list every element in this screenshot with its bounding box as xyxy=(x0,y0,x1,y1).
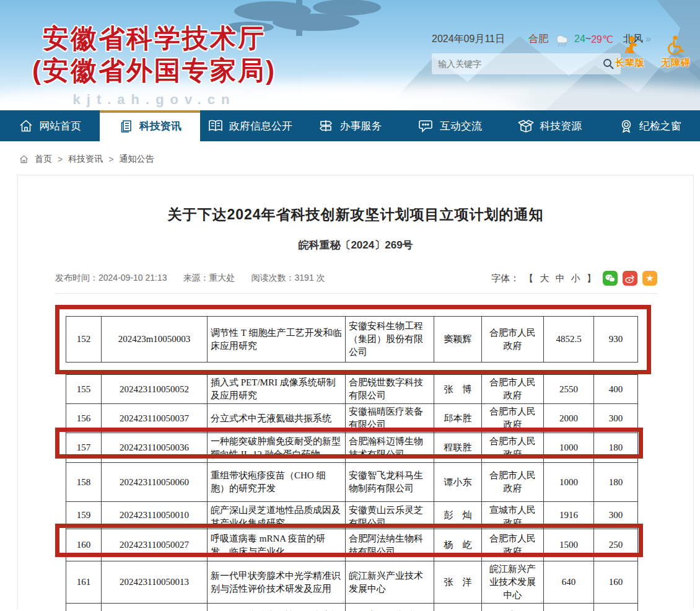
cell-project-name: 分立式术中无液氦磁共振系统 xyxy=(208,404,346,433)
cell-company: 安徽智飞龙科马生物制药有限公司 xyxy=(346,463,434,502)
cell-project-code: 202423110050036 xyxy=(102,433,208,463)
share-wechat-button[interactable] xyxy=(603,271,618,286)
cell-project-code: 202423110050027 xyxy=(102,529,208,561)
cell-company: 合肥启灏医疗科技有限公司 xyxy=(346,604,434,611)
cell-project-code: 202423110050013 xyxy=(102,561,208,604)
cell-person: 彭 灿 xyxy=(434,502,482,529)
site-header: 安徽省科学技术厅 (安徽省外国专家局) kjt.ah.gov.cn 2024年0… xyxy=(0,0,700,110)
nav-item-home[interactable]: 网站首页 xyxy=(0,110,100,141)
cell-project-code: 202423m10050003 xyxy=(102,317,208,363)
cell-amount-grant: 180 xyxy=(594,463,638,502)
accessibility-button[interactable]: 无障碍 xyxy=(658,35,694,69)
weibo-icon xyxy=(625,274,635,283)
cell-amount-grant: 400 xyxy=(594,375,638,404)
nav-item-tech-news[interactable]: 科技资讯 xyxy=(100,110,199,141)
nav-label: 纪检之窗 xyxy=(639,119,681,133)
news-document-icon xyxy=(119,118,134,133)
source: 来源：重大处 xyxy=(183,273,235,284)
cell-amount-total: 1000 xyxy=(544,604,594,611)
site-url: kjt.ah.gov.cn xyxy=(32,92,276,108)
cell-project-name: 插入式 PET/MRI 成像系统研制及应用研究 xyxy=(208,375,346,404)
breadcrumb-separator: > xyxy=(108,154,113,164)
cell-amount-grant: 300 xyxy=(594,502,638,529)
site-search xyxy=(432,53,621,74)
cell-project-name: 一种能突破肿瘤免疫耐受的新型靶向性 IL-12 融合蛋白药物 xyxy=(208,433,346,463)
cell-index: 158 xyxy=(66,463,102,502)
elder-person-icon xyxy=(620,35,640,55)
cell-amount-grant: 200 xyxy=(594,604,638,611)
open-box-icon xyxy=(518,118,534,133)
cell-project-code: 202423110050010 xyxy=(102,502,208,529)
nav-item-discipline[interactable]: 纪检之窗 xyxy=(600,110,700,141)
signpost-icon xyxy=(318,118,334,133)
cell-amount-total: 1000 xyxy=(544,463,594,502)
cell-company: 合肥瀚科迈博生物技术有限公司 xyxy=(346,433,434,463)
cell-amount-total: 2000 xyxy=(544,404,594,433)
cell-amount-grant: 930 xyxy=(594,317,638,363)
cell-index: 161 xyxy=(66,561,102,604)
nav-item-interaction[interactable]: 互动交流 xyxy=(400,110,500,141)
cell-company: 合肥阿法纳生物科技有限公司 xyxy=(346,529,434,561)
nav-item-resources[interactable]: 科技资源 xyxy=(500,110,600,141)
cell-amount-total: 1500 xyxy=(544,529,594,561)
nav-label: 办事服务 xyxy=(339,119,382,133)
projects-table-wrap: 155 202423110050052 插入式 PET/MRI 成像系统研制及应… xyxy=(66,374,693,611)
table-row: 157 202423110050036 一种能突破肿瘤免疫耐受的新型靶向性 IL… xyxy=(66,433,638,463)
cell-amount-grant: 250 xyxy=(594,529,638,561)
nav-item-gov-info[interactable]: 政府信息公开 xyxy=(200,110,300,141)
cell-project-code: 202423110050052 xyxy=(102,375,208,404)
breadcrumb-tech-news[interactable]: 科技资讯 xyxy=(68,154,103,165)
nav-label: 网站首页 xyxy=(39,119,81,133)
cell-person: 杨 屹 xyxy=(434,529,482,561)
document-number: 皖科重秘〔2024〕269号 xyxy=(18,238,693,252)
share-weibo-button[interactable] xyxy=(623,271,637,286)
temp-separator: ~ xyxy=(585,33,591,45)
cell-amount-grant: 180 xyxy=(594,433,638,463)
site-name-line2: (安徽省外国专家局) xyxy=(32,55,276,87)
cell-amount-total: 2550 xyxy=(544,375,594,404)
breadcrumb-home[interactable]: 首页 xyxy=(35,154,52,165)
cell-project-code: 202423110050060 xyxy=(102,463,208,502)
projects-table-body: 155 202423110050052 插入式 PET/MRI 成像系统研制及应… xyxy=(66,375,638,611)
cell-project-name: 皖产深山灵芝道地性品质成因及其产业化集成研究 xyxy=(208,502,346,529)
cell-government: 合肥市人民政府 xyxy=(482,317,544,363)
accessibility-label: 无障碍 xyxy=(661,57,691,69)
search-input[interactable] xyxy=(438,59,602,69)
nav-item-services[interactable]: 办事服务 xyxy=(300,110,400,141)
cell-government: 宣城市人民政府 xyxy=(482,502,544,529)
cell-amount-total: 4852.5 xyxy=(544,317,594,363)
table-row: 159 202423110050010 皖产深山灵芝道地性品质成因及其产业化集成… xyxy=(66,502,638,529)
highlighted-row-152-box: 152 202423m10050003 调节性 T 细胞生产工艺开发和临床应用研… xyxy=(55,305,651,374)
elder-version-label: 长辈版 xyxy=(615,57,645,69)
table-row: 161 202423110050013 新一代甲状旁腺术中光学精准识别与活性评价… xyxy=(66,561,638,604)
featured-row-table: 152 202423m10050003 调节性 T 细胞生产工艺开发和临床应用研… xyxy=(66,316,638,363)
badge-rosette-icon xyxy=(619,118,634,133)
nav-label: 互动交流 xyxy=(440,119,482,133)
wheelchair-icon xyxy=(666,35,686,55)
cell-project-name: 调节性 T 细胞生产工艺开发和临床应用研究 xyxy=(208,317,346,363)
elder-version-button[interactable]: 长辈版 xyxy=(612,35,648,69)
rain-cloud-icon xyxy=(552,31,571,47)
cell-amount-grant: 160 xyxy=(594,561,638,604)
cell-index: 157 xyxy=(66,433,102,463)
favorite-star-button[interactable]: ★ xyxy=(642,271,657,286)
site-logo[interactable]: 安徽省科学技术厅 (安徽省外国专家局) kjt.ah.gov.cn xyxy=(32,22,276,108)
font-size-label: 字体： xyxy=(491,273,519,284)
cell-amount-total: 1916 xyxy=(544,502,594,529)
cell-amount-total: 640 xyxy=(544,561,594,604)
cell-person: 邱本胜 xyxy=(434,404,482,433)
view-count: 阅读次数：3191 次 xyxy=(252,273,325,284)
article-page: 关于下达2024年省科技创新攻坚计划项目立项计划的通知 皖科重秘〔2024〕26… xyxy=(17,175,694,609)
cell-company: 安徽福晴医疗装备有限公司 xyxy=(346,404,434,433)
font-size-control[interactable]: 【 大 中 小 】 xyxy=(524,273,598,284)
nav-label: 科技资讯 xyxy=(139,119,182,133)
accessibility-tools: 长辈版 无障碍 xyxy=(612,35,694,69)
cell-index: 156 xyxy=(66,404,102,433)
cell-index: 162 xyxy=(66,604,102,611)
breadcrumb-home-icon xyxy=(19,154,29,164)
cell-index: 159 xyxy=(66,502,102,529)
breadcrumb-notices[interactable]: 通知公告 xyxy=(119,154,154,165)
article-meta-bar: 发布时间：2024-09-10 21:13 来源：重大处 阅读次数：3191 次… xyxy=(55,271,657,294)
cell-project-name: 面向干眼症治疗个性化泪点塞设计及国产化研制 xyxy=(208,604,346,611)
table-row: 155 202423110050052 插入式 PET/MRI 成像系统研制及应… xyxy=(66,375,638,404)
